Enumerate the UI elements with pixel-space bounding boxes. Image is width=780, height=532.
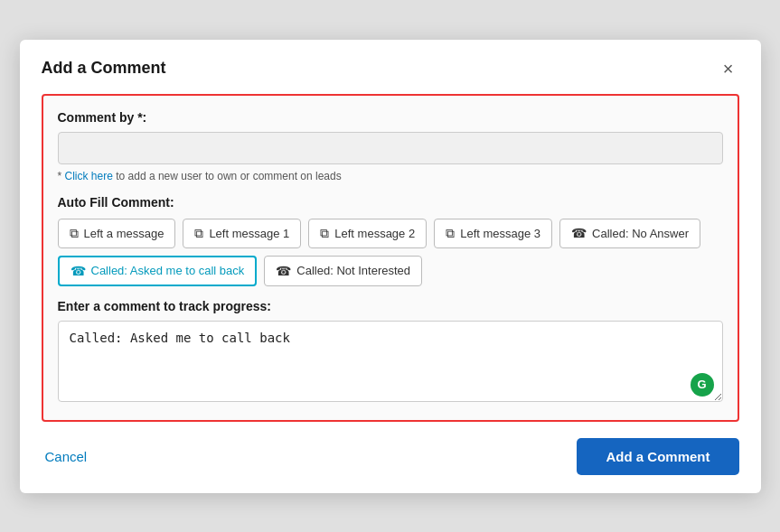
autofill-label: Auto Fill Comment: <box>58 195 723 210</box>
copy-icon-3: ⧉ <box>320 226 329 241</box>
modal-header: Add a Comment × <box>42 58 739 79</box>
autofill-btn-label-6: Called: Asked me to call back <box>91 264 245 277</box>
grammarly-icon: G <box>691 373 714 397</box>
cancel-button[interactable]: Cancel <box>42 442 91 471</box>
phone-icon-2: ☎ <box>70 264 86 278</box>
comment-by-input[interactable] <box>58 132 723 164</box>
autofill-btn-label-2: Left message 1 <box>209 227 289 240</box>
add-comment-button[interactable]: Add a Comment <box>577 438 738 475</box>
click-here-link[interactable]: Click here <box>65 170 113 182</box>
close-button[interactable]: × <box>718 58 739 79</box>
autofill-btn-left-a-message[interactable]: ⧉ Left a message <box>58 219 176 248</box>
autofill-btn-label-3: Left message 2 <box>334 227 415 240</box>
comment-textarea-wrapper: Called: Asked me to call back G <box>58 321 723 406</box>
autofill-btn-label-1: Left a message <box>84 227 164 240</box>
copy-icon-4: ⧉ <box>446 226 455 241</box>
autofill-buttons-group: ⧉ Left a message ⧉ Left message 1 ⧉ Left… <box>58 219 723 286</box>
phone-icon-1: ☎ <box>571 226 587 240</box>
copy-icon-2: ⧉ <box>194 226 203 241</box>
autofill-btn-label-7: Called: Not Interested <box>296 264 410 277</box>
comment-by-label: Comment by *: <box>58 110 723 125</box>
modal-body: Comment by *: * Click here to add a new … <box>42 94 739 422</box>
autofill-btn-left-message-2[interactable]: ⧉ Left message 2 <box>308 219 427 248</box>
autofill-btn-label-4: Left message 3 <box>460 227 540 240</box>
copy-icon-1: ⧉ <box>70 226 79 241</box>
autofill-btn-left-message-1[interactable]: ⧉ Left message 1 <box>183 219 301 248</box>
enter-comment-label: Enter a comment to track progress: <box>58 299 723 313</box>
autofill-btn-called-no-answer[interactable]: ☎ Called: No Answer <box>559 219 700 248</box>
click-here-note-suffix: to add a new user to own or comment on l… <box>113 170 342 182</box>
click-here-note-prefix: * <box>58 170 65 182</box>
phone-icon-3: ☎ <box>276 264 291 278</box>
add-comment-modal: Add a Comment × Comment by *: * Click he… <box>20 40 761 493</box>
autofill-btn-called-not-interested[interactable]: ☎ Called: Not Interested <box>264 256 422 286</box>
modal-title: Add a Comment <box>42 59 166 78</box>
autofill-btn-called-asked-call-back[interactable]: ☎ Called: Asked me to call back <box>58 256 258 286</box>
click-here-note: * Click here to add a new user to own or… <box>58 170 723 182</box>
comment-textarea[interactable]: Called: Asked me to call back <box>58 321 723 402</box>
modal-footer: Cancel Add a Comment <box>42 438 739 475</box>
autofill-btn-left-message-3[interactable]: ⧉ Left message 3 <box>434 219 552 248</box>
autofill-btn-label-5: Called: No Answer <box>592 227 689 240</box>
